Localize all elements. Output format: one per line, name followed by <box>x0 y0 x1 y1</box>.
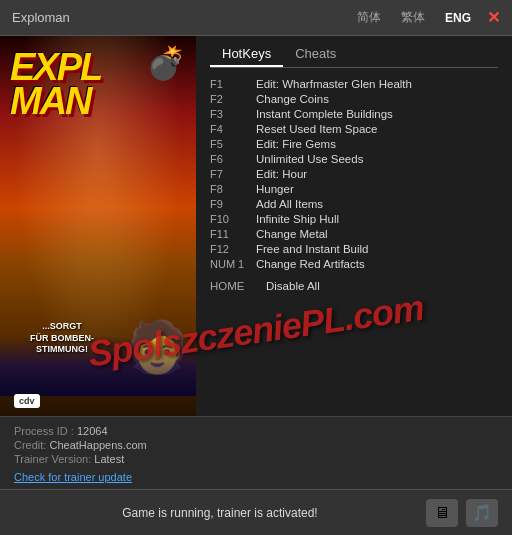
hotkey-label: Add All Items <box>256 198 323 210</box>
list-item: F5 Edit: Fire Gems <box>210 136 498 151</box>
list-item: F1 Edit: Wharfmaster Glen Health <box>210 76 498 91</box>
music-icon: 🎵 <box>472 503 492 522</box>
hotkey-label: Reset Used Item Space <box>256 123 377 135</box>
hotkey-key: F1 <box>210 78 256 90</box>
app-container: Exploman 简体 繁体 ENG ✕ EXPLMAN 💣 🧑 ...SORG… <box>0 0 512 535</box>
main-content: EXPLMAN 💣 🧑 ...SORGTFÜR BOMBEN-STIMMUNG!… <box>0 36 512 416</box>
hotkey-key: F7 <box>210 168 256 180</box>
home-key: HOME <box>210 280 266 292</box>
trainer-version-label: Trainer Version: <box>14 453 94 465</box>
trainer-version-row: Trainer Version: Latest <box>14 453 498 465</box>
hotkey-key: F9 <box>210 198 256 210</box>
game-cover: EXPLMAN 💣 🧑 ...SORGTFÜR BOMBEN-STIMMUNG!… <box>0 36 196 416</box>
list-item: NUM 1 Change Red Artifacts <box>210 256 498 271</box>
lang-traditional[interactable]: 繁体 <box>397 7 429 28</box>
status-message: Game is running, trainer is activated! <box>14 506 426 520</box>
cover-logo: cdv <box>14 394 40 408</box>
hotkey-key: F11 <box>210 228 256 240</box>
app-title: Exploman <box>12 10 347 25</box>
cover-subtitle: ...SORGTFÜR BOMBEN-STIMMUNG! <box>30 321 94 356</box>
hotkey-label: Change Metal <box>256 228 328 240</box>
monitor-icon: 🖥 <box>434 504 450 522</box>
hotkey-label: Edit: Fire Gems <box>256 138 336 150</box>
monitor-icon-button[interactable]: 🖥 <box>426 499 458 527</box>
close-button[interactable]: ✕ <box>487 8 500 27</box>
process-id-label: Process ID : <box>14 425 77 437</box>
list-item: F9 Add All Items <box>210 196 498 211</box>
music-icon-button[interactable]: 🎵 <box>466 499 498 527</box>
tab-bar: HotKeys Cheats <box>210 36 498 68</box>
hotkey-key: F10 <box>210 213 256 225</box>
status-icons: 🖥 🎵 <box>426 499 498 527</box>
hotkey-key: F4 <box>210 123 256 135</box>
list-item: F6 Unlimited Use Seeds <box>210 151 498 166</box>
hotkey-key: F3 <box>210 108 256 120</box>
hotkey-label: Instant Complete Buildings <box>256 108 393 120</box>
process-id-value: 12064 <box>77 425 108 437</box>
home-disable-row: HOME Disable All <box>210 277 498 295</box>
lang-english[interactable]: ENG <box>441 9 475 27</box>
credit-label: Credit: <box>14 439 49 451</box>
hotkey-key: F8 <box>210 183 256 195</box>
info-bar: Process ID : 12064 Credit: CheatHappens.… <box>0 416 512 489</box>
hotkey-label: Change Coins <box>256 93 329 105</box>
hotkey-list: F1 Edit: Wharfmaster Glen Health F2 Chan… <box>210 76 498 271</box>
hotkey-key: NUM 1 <box>210 258 256 270</box>
hotkey-label: Edit: Hour <box>256 168 307 180</box>
list-item: F3 Instant Complete Buildings <box>210 106 498 121</box>
list-item: F12 Free and Instant Build <box>210 241 498 256</box>
list-item: F4 Reset Used Item Space <box>210 121 498 136</box>
hotkey-key: F12 <box>210 243 256 255</box>
lang-simplified[interactable]: 简体 <box>353 7 385 28</box>
tab-cheats[interactable]: Cheats <box>283 42 348 67</box>
trainer-version-value: Latest <box>94 453 124 465</box>
hotkey-label: Infinite Ship Hull <box>256 213 339 225</box>
home-label: Disable All <box>266 280 320 292</box>
list-item: F11 Change Metal <box>210 226 498 241</box>
hotkey-label: Hunger <box>256 183 294 195</box>
list-item: F10 Infinite Ship Hull <box>210 211 498 226</box>
credit-value: CheatHappens.com <box>49 439 146 451</box>
list-item: F7 Edit: Hour <box>210 166 498 181</box>
hotkey-key: F5 <box>210 138 256 150</box>
hotkey-label: Change Red Artifacts <box>256 258 365 270</box>
title-bar: Exploman 简体 繁体 ENG ✕ <box>0 0 512 36</box>
list-item: F8 Hunger <box>210 181 498 196</box>
hotkey-key: F6 <box>210 153 256 165</box>
list-item: F2 Change Coins <box>210 91 498 106</box>
status-bar: Game is running, trainer is activated! 🖥… <box>0 489 512 535</box>
check-update-anchor[interactable]: Check for trainer update <box>14 471 132 483</box>
hotkey-key: F2 <box>210 93 256 105</box>
hotkey-label: Unlimited Use Seeds <box>256 153 363 165</box>
process-id-row: Process ID : 12064 <box>14 425 498 437</box>
check-update-link[interactable]: Check for trainer update <box>14 467 498 485</box>
tab-hotkeys[interactable]: HotKeys <box>210 42 283 67</box>
hotkey-label: Free and Instant Build <box>256 243 369 255</box>
hotkey-label: Edit: Wharfmaster Glen Health <box>256 78 412 90</box>
cover-title: EXPLMAN <box>10 50 101 118</box>
bomb-icon: 💣 <box>146 44 186 82</box>
hotkeys-panel: HotKeys Cheats F1 Edit: Wharfmaster Glen… <box>196 36 512 416</box>
credit-row: Credit: CheatHappens.com <box>14 439 498 451</box>
